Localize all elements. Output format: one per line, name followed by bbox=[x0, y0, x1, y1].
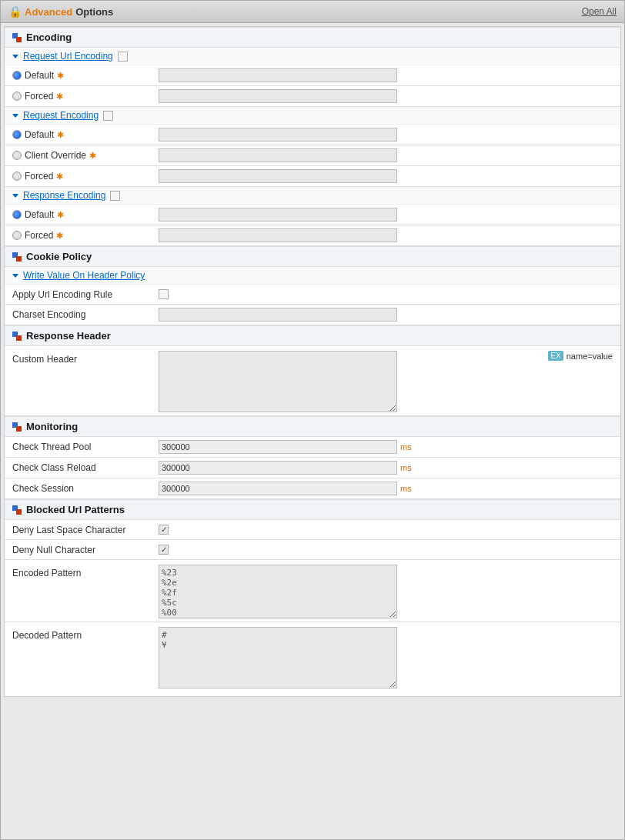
request-url-encoding-toggle[interactable] bbox=[12, 55, 18, 58]
decoded-pattern-textarea[interactable]: # ¥ bbox=[159, 627, 397, 688]
url-forced-radio-label: Forced ✱ bbox=[12, 91, 159, 102]
encoded-pattern-label: Encoded Pattern bbox=[12, 565, 159, 578]
request-encoding-subsection: Request Encoding bbox=[5, 107, 620, 125]
check-thread-pool-input[interactable] bbox=[159, 440, 397, 454]
deny-last-space-row: Deny Last Space Character ✓ bbox=[5, 520, 620, 540]
url-forced-label: Forced bbox=[25, 91, 53, 102]
main-window: 🔒 Advanced Options Open All Encoding Req… bbox=[0, 0, 625, 840]
charset-encoding-label: Charset Encoding bbox=[12, 309, 159, 320]
blocked-url-section-header: Blocked Url Patterns bbox=[5, 499, 620, 520]
res-forced-radio[interactable] bbox=[12, 231, 22, 240]
deny-null-char-checkbox[interactable]: ✓ bbox=[159, 545, 169, 555]
req-forced-asterisk: ✱ bbox=[56, 172, 63, 182]
encoded-pattern-row: Encoded Pattern %23 %2e %2f %5c %00 bbox=[5, 560, 620, 622]
req-client-row: Client Override ✱ bbox=[5, 145, 620, 166]
response-header-section-title: Response Header bbox=[26, 330, 111, 342]
response-encoding-subsection: Response Encoding bbox=[5, 187, 620, 205]
res-forced-asterisk: ✱ bbox=[56, 231, 63, 241]
response-encoding-checkbox[interactable] bbox=[110, 191, 120, 201]
check-thread-pool-unit: ms bbox=[400, 442, 412, 452]
url-default-label: Default bbox=[25, 70, 54, 81]
url-default-radio[interactable] bbox=[12, 71, 22, 80]
request-encoding-label[interactable]: Request Encoding bbox=[23, 110, 99, 121]
res-default-label: Default bbox=[25, 209, 54, 220]
deny-null-char-row: Deny Null Character ✓ bbox=[5, 540, 620, 560]
check-class-reload-label: Check Class Reload bbox=[12, 462, 159, 473]
deny-last-space-checkbox[interactable]: ✓ bbox=[159, 525, 169, 535]
res-forced-label: Forced bbox=[25, 230, 53, 241]
check-thread-pool-label: Check Thread Pool bbox=[12, 442, 159, 452]
url-forced-asterisk: ✱ bbox=[56, 92, 63, 102]
req-default-radio[interactable] bbox=[12, 130, 22, 139]
req-default-input[interactable] bbox=[159, 128, 397, 142]
url-forced-radio[interactable] bbox=[12, 92, 22, 101]
url-default-asterisk: ✱ bbox=[57, 71, 64, 81]
url-default-radio-label: Default ✱ bbox=[12, 70, 159, 81]
url-default-row: Default ✱ bbox=[5, 65, 620, 86]
request-encoding-checkbox[interactable] bbox=[103, 111, 113, 121]
custom-header-row: Custom Header EX name=value bbox=[5, 346, 620, 416]
res-default-row: Default ✱ bbox=[5, 205, 620, 225]
apply-url-encoding-row: Apply Url Encoding Rule bbox=[5, 285, 620, 305]
write-value-subsection: Write Value On Header Policy bbox=[5, 267, 620, 285]
decoded-pattern-row: Decoded Pattern # ¥ bbox=[5, 622, 620, 696]
url-forced-input[interactable] bbox=[159, 89, 397, 103]
res-default-radio[interactable] bbox=[12, 210, 22, 219]
title-bar-left: 🔒 Advanced Options bbox=[8, 5, 113, 18]
response-encoding-label[interactable]: Response Encoding bbox=[23, 190, 105, 201]
custom-header-textarea[interactable] bbox=[159, 351, 397, 412]
check-class-reload-input[interactable] bbox=[159, 461, 397, 475]
check-session-unit: ms bbox=[400, 484, 412, 493]
check-class-reload-unit: ms bbox=[400, 463, 412, 472]
res-default-radio-label: Default ✱ bbox=[12, 209, 159, 220]
request-encoding-toggle[interactable] bbox=[12, 114, 18, 118]
blocked-url-section-title: Blocked Url Patterns bbox=[26, 504, 125, 515]
blocked-url-section-icon bbox=[12, 505, 22, 515]
req-default-asterisk: ✱ bbox=[57, 130, 64, 140]
charset-encoding-input[interactable] bbox=[159, 308, 397, 322]
example-value: name=value bbox=[567, 352, 613, 361]
example-badge: EX bbox=[548, 351, 563, 361]
cookie-policy-section-header: Cookie Policy bbox=[5, 246, 620, 267]
cookie-policy-section-icon bbox=[12, 252, 22, 262]
req-forced-label: Forced bbox=[25, 171, 53, 182]
check-class-reload-row: Check Class Reload ms bbox=[5, 458, 620, 478]
url-default-input[interactable] bbox=[159, 68, 397, 82]
req-forced-input[interactable] bbox=[159, 169, 397, 183]
res-forced-row: Forced ✱ bbox=[5, 225, 620, 246]
request-url-encoding-label[interactable]: Request Url Encoding bbox=[23, 51, 113, 62]
lock-icon: 🔒 bbox=[8, 5, 22, 18]
encoding-section-header: Encoding bbox=[5, 27, 620, 48]
encoded-pattern-textarea[interactable]: %23 %2e %2f %5c %00 bbox=[159, 565, 397, 618]
deny-null-char-label: Deny Null Character bbox=[12, 545, 159, 555]
req-default-row: Default ✱ bbox=[5, 125, 620, 145]
req-forced-radio[interactable] bbox=[12, 172, 22, 181]
check-thread-pool-row: Check Thread Pool ms bbox=[5, 437, 620, 458]
monitoring-section-icon bbox=[12, 422, 22, 432]
req-forced-radio-label: Forced ✱ bbox=[12, 171, 159, 182]
response-header-section-header: Response Header bbox=[5, 325, 620, 346]
main-content: Encoding Request Url Encoding Default ✱ … bbox=[4, 26, 621, 697]
monitoring-section-header: Monitoring bbox=[5, 416, 620, 437]
write-value-toggle[interactable] bbox=[12, 274, 18, 278]
monitoring-section-title: Monitoring bbox=[26, 421, 78, 432]
req-default-radio-label: Default ✱ bbox=[12, 129, 159, 140]
request-url-encoding-checkbox[interactable] bbox=[118, 52, 128, 62]
title-options: Options bbox=[75, 6, 113, 18]
open-all-link[interactable]: Open All bbox=[582, 6, 617, 17]
decoded-pattern-label: Decoded Pattern bbox=[12, 627, 159, 641]
req-forced-row: Forced ✱ bbox=[5, 166, 620, 187]
check-session-input[interactable] bbox=[159, 482, 397, 495]
check-session-label: Check Session bbox=[12, 483, 159, 494]
write-value-label[interactable]: Write Value On Header Policy bbox=[23, 270, 145, 281]
deny-last-space-label: Deny Last Space Character bbox=[12, 525, 159, 535]
response-encoding-toggle[interactable] bbox=[12, 194, 18, 198]
apply-url-encoding-label: Apply Url Encoding Rule bbox=[12, 289, 159, 300]
res-default-input[interactable] bbox=[159, 208, 397, 222]
res-forced-input[interactable] bbox=[159, 228, 397, 242]
apply-url-encoding-checkbox[interactable] bbox=[159, 289, 169, 299]
title-advanced: Advanced bbox=[25, 6, 72, 18]
req-client-radio[interactable] bbox=[12, 151, 22, 160]
req-client-input[interactable] bbox=[159, 148, 397, 162]
cookie-policy-section-title: Cookie Policy bbox=[26, 251, 92, 262]
